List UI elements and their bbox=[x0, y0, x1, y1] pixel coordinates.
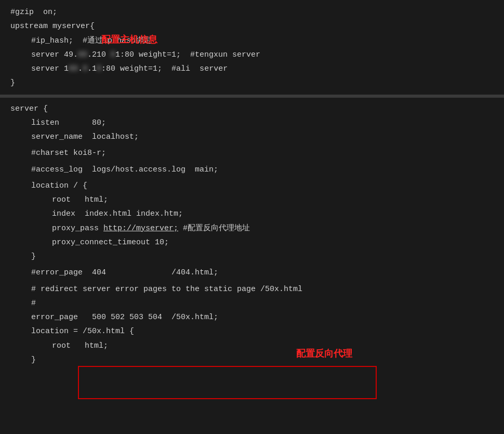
code-editor: #gzip on; 配置主机信息 upstream myserver{ #ip_… bbox=[0, 0, 504, 372]
code-line: index index.html index.htm; bbox=[0, 207, 504, 221]
code-line-proxy-timeout: proxy_connect_timeout 10; bbox=[0, 235, 504, 249]
annotation-proxy: 配置反向代理 bbox=[296, 347, 352, 360]
code-line: upstream myserver{ bbox=[0, 19, 504, 33]
code-line: #access_log logs/host.access.log main; bbox=[0, 163, 504, 177]
code-line: } bbox=[0, 353, 504, 367]
code-line: error_page 500 502 503 504 /50x.html; bbox=[0, 310, 504, 324]
code-line: #error_page 404 /404.html; bbox=[0, 266, 504, 280]
server-section: server { listen 80; server_name localhos… bbox=[0, 102, 504, 367]
code-line: server 49.XX.210 X1:80 weight=1; #tengxu… bbox=[0, 48, 504, 62]
top-section: #gzip on; 配置主机信息 upstream myserver{ #ip_… bbox=[0, 5, 504, 90]
code-line: server 1XX.X.1X:80 weight=1; #ali server bbox=[0, 62, 504, 76]
code-line: root html; bbox=[0, 193, 504, 207]
code-line: root html; bbox=[0, 339, 504, 353]
code-line: listen 80; bbox=[0, 116, 504, 130]
code-line: location / { bbox=[0, 179, 504, 193]
code-line-proxy-pass: proxy_pass http://myserver; #配置反向代理地址 bbox=[0, 221, 504, 235]
code-line: server { bbox=[0, 102, 504, 116]
code-line: } bbox=[0, 76, 504, 90]
code-line: # bbox=[0, 296, 504, 310]
code-line: } bbox=[0, 249, 504, 264]
annotation-host: 配置主机信息 bbox=[101, 33, 157, 46]
code-line: #gzip on; bbox=[0, 5, 504, 19]
code-line: server_name localhost; bbox=[0, 130, 504, 144]
proxy-highlight-box bbox=[78, 366, 377, 399]
section-divider bbox=[0, 95, 504, 98]
code-line: #charset koi8-r; bbox=[0, 146, 504, 160]
code-line: # redirect server error pages to the sta… bbox=[0, 282, 504, 296]
code-line: #ip_hash; #通过ip hash绑定 bbox=[0, 34, 504, 48]
code-line: location = /50x.html { bbox=[0, 324, 504, 338]
